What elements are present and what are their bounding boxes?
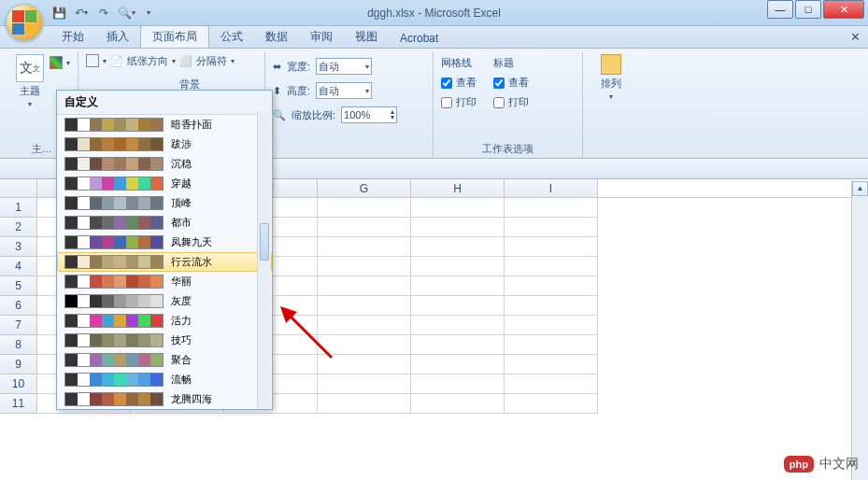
office-button[interactable]: [6, 4, 43, 41]
cell[interactable]: [318, 316, 411, 335]
qat-more-icon[interactable]: ▾: [140, 5, 157, 21]
cell[interactable]: [318, 335, 411, 355]
cell[interactable]: [505, 316, 598, 335]
dropdown-scrollbar[interactable]: [257, 111, 271, 408]
tab-data[interactable]: 数据: [254, 26, 299, 48]
maximize-button[interactable]: □: [795, 0, 821, 19]
tab-home[interactable]: 开始: [50, 26, 95, 48]
color-scheme-row[interactable]: 华丽: [57, 272, 272, 291]
color-scheme-row[interactable]: 穿越: [57, 174, 272, 193]
cell[interactable]: [411, 374, 505, 394]
row-header[interactable]: 9: [0, 355, 37, 374]
column-header[interactable]: G: [318, 179, 411, 197]
color-scheme-row[interactable]: 都市: [57, 213, 272, 233]
color-scheme-row[interactable]: 聚合: [57, 350, 272, 370]
cell[interactable]: [411, 198, 505, 218]
select-all-corner[interactable]: [0, 179, 37, 198]
margins-button[interactable]: ▾: [86, 54, 107, 67]
scale-spinner[interactable]: 100%▴▾: [341, 106, 397, 123]
redo-icon[interactable]: ↷: [95, 5, 112, 21]
cell[interactable]: [505, 355, 598, 374]
cell[interactable]: [318, 374, 411, 394]
cell[interactable]: [505, 218, 598, 237]
cell[interactable]: [505, 276, 598, 296]
minimize-button[interactable]: —: [767, 0, 793, 19]
cell[interactable]: [411, 296, 505, 316]
cell[interactable]: [505, 374, 598, 394]
orientation-button[interactable]: 📄纸张方向 ▾: [110, 54, 176, 68]
cell[interactable]: [411, 257, 505, 276]
cell[interactable]: [411, 237, 505, 257]
scrollbar-thumb[interactable]: [260, 223, 269, 261]
cell[interactable]: [318, 237, 411, 257]
headings-print-check[interactable]: 打印: [493, 95, 529, 109]
color-scheme-row[interactable]: 跋涉: [57, 134, 272, 154]
cell[interactable]: [318, 276, 411, 296]
color-scheme-row[interactable]: 凤舞九天: [57, 233, 272, 252]
cell[interactable]: [318, 257, 411, 276]
breaks-button[interactable]: ⬜分隔符 ▾: [179, 54, 235, 68]
tab-page-layout[interactable]: 页面布局: [140, 25, 209, 48]
column-header[interactable]: I: [505, 179, 598, 197]
color-scheme-row[interactable]: 龙腾四海: [57, 389, 272, 409]
color-scheme-row[interactable]: 沉稳: [57, 154, 272, 174]
save-icon[interactable]: 💾: [50, 5, 67, 21]
tab-view[interactable]: 视图: [344, 26, 389, 48]
scheme-name-label: 穿越: [171, 176, 192, 191]
scheme-name-label: 华丽: [171, 275, 192, 289]
cell[interactable]: [505, 198, 598, 218]
scroll-up-button[interactable]: ▲: [852, 181, 868, 196]
cell[interactable]: [411, 276, 505, 296]
row-header[interactable]: 2: [0, 218, 37, 237]
cell[interactable]: [411, 335, 505, 355]
row-header[interactable]: 4: [0, 257, 37, 276]
color-scheme-row[interactable]: 技巧: [57, 331, 272, 350]
cell[interactable]: [318, 355, 411, 374]
headings-view-check[interactable]: 查看: [493, 76, 529, 90]
column-header[interactable]: H: [411, 179, 505, 197]
cell[interactable]: [505, 394, 598, 414]
gridlines-print-check[interactable]: 打印: [441, 95, 477, 109]
tab-review[interactable]: 审阅: [299, 26, 344, 48]
row-header[interactable]: 3: [0, 237, 37, 257]
row-header[interactable]: 11: [0, 394, 37, 414]
close-button[interactable]: ✕: [823, 0, 864, 19]
cell[interactable]: [411, 355, 505, 374]
cell[interactable]: [411, 218, 505, 237]
cell[interactable]: [505, 335, 598, 355]
arrange-button[interactable]: 排列 ▾: [591, 54, 632, 101]
color-scheme-row[interactable]: 流畅: [57, 370, 272, 389]
cell[interactable]: [318, 394, 411, 414]
colors-button[interactable]: ▾: [50, 56, 70, 69]
row-header[interactable]: 7: [0, 316, 37, 335]
cell[interactable]: [318, 218, 411, 237]
cell[interactable]: [411, 316, 505, 335]
gridlines-view-check[interactable]: 查看: [441, 76, 477, 90]
row-header[interactable]: 10: [0, 374, 37, 394]
cell[interactable]: [318, 198, 411, 218]
tab-acrobat[interactable]: Acrobat: [389, 29, 449, 48]
cell[interactable]: [411, 394, 505, 414]
cell[interactable]: [505, 237, 598, 257]
tab-insert[interactable]: 插入: [95, 26, 140, 48]
row-header[interactable]: 8: [0, 335, 37, 355]
color-scheme-row[interactable]: 活力: [57, 311, 272, 331]
undo-icon[interactable]: ↶▾: [73, 5, 90, 21]
tab-formulas[interactable]: 公式: [209, 26, 254, 48]
color-scheme-row[interactable]: 暗香扑面: [57, 115, 272, 134]
cell[interactable]: [505, 296, 598, 316]
color-scheme-row[interactable]: 顶峰: [57, 193, 272, 213]
cell[interactable]: [318, 296, 411, 316]
vertical-scrollbar[interactable]: ▲: [851, 181, 868, 480]
themes-button[interactable]: 文文 主题 ▾: [13, 54, 46, 108]
width-combo[interactable]: 自动▾: [316, 58, 372, 75]
cell[interactable]: [505, 257, 598, 276]
doc-close-icon[interactable]: ✕: [850, 30, 861, 44]
color-scheme-row[interactable]: 灰度: [57, 291, 272, 311]
row-header[interactable]: 6: [0, 296, 37, 316]
row-header[interactable]: 5: [0, 276, 37, 296]
row-header[interactable]: 1: [0, 198, 37, 218]
print-preview-icon[interactable]: 🔍▾: [118, 5, 135, 21]
color-scheme-row[interactable]: 行云流水: [57, 252, 272, 272]
height-combo[interactable]: 自动▾: [316, 82, 372, 99]
